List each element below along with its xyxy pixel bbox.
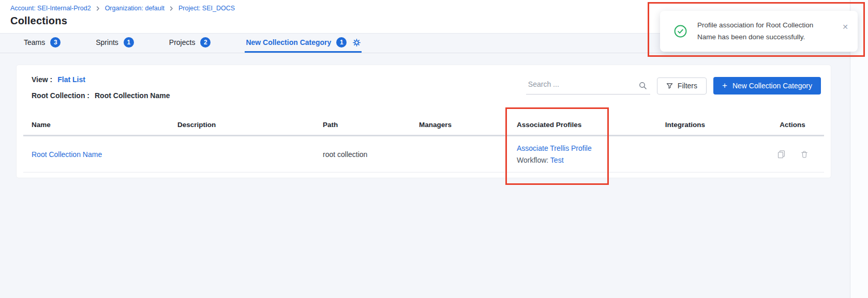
gear-icon[interactable] [353,39,361,46]
column-header-name: Name [23,114,166,135]
table-header-row: Name Description Path Managers Associate… [23,114,824,136]
collections-panel: View : Flat List Root Collection : Root … [16,65,831,178]
search-box [526,77,650,95]
tab-teams[interactable]: Teams 3 [23,34,62,53]
tab-label: Projects [169,38,196,46]
plus-icon: + [722,81,727,90]
table-toolbar: Filters + New Collection Category [526,77,821,95]
page-title: Collections [10,15,67,27]
count-badge: 1 [124,37,134,48]
success-check-icon [674,25,687,40]
close-icon[interactable]: ✕ [842,23,848,31]
view-meta: View : Flat List Root Collection : Root … [32,71,170,103]
tab-label: Teams [24,38,45,46]
trash-icon[interactable] [800,150,809,159]
column-header-integrations: Integrations [609,114,761,135]
cell-associated-profiles: Associate Trellis Profile Workflow: Test [506,144,609,164]
cell-path: root collection [311,150,409,159]
breadcrumb: Account: SEI-Internal-Prod2 Organization… [10,5,235,12]
count-badge: 3 [50,37,61,48]
column-header-path: Path [311,114,409,135]
cell-actions [761,150,824,159]
column-header-description: Description [166,114,311,135]
tab-sprints[interactable]: Sprints 1 [95,34,135,53]
new-collection-category-button[interactable]: + New Collection Category [713,77,821,95]
collections-table: Name Description Path Managers Associate… [23,114,824,172]
count-badge: 1 [336,37,347,48]
chevron-right-icon [169,6,174,11]
tab-new-collection-category[interactable]: New Collection Category 1 [245,34,362,53]
search-input[interactable] [526,77,650,95]
success-toast: Profile association for Root Collection … [660,11,858,52]
root-collection-line: Root Collection : Root Collection Name [32,87,170,103]
collection-name-link[interactable]: Root Collection Name [32,150,102,159]
tab-projects[interactable]: Projects 2 [168,34,212,53]
tab-label: Sprints [96,38,118,46]
search-icon [639,82,647,92]
root-collection-label: Root Collection : [32,91,89,100]
table-row: Root Collection Name root collection Ass… [23,136,824,172]
filter-icon [666,83,673,89]
cell-name: Root Collection Name [23,150,166,159]
toast-message: Profile association for Root Collection … [697,19,833,43]
workflow-test-link[interactable]: Test [550,156,564,164]
collections-page: Account: SEI-Internal-Prod2 Organization… [0,0,868,298]
count-badge: 2 [200,37,211,48]
breadcrumb-project-link[interactable]: Project: SEI_DOCS [178,5,235,12]
tab-label: New Collection Category [246,38,331,46]
chevron-right-icon [96,6,100,11]
workflow-label: Workflow: [517,156,548,164]
view-label: View : [32,75,52,84]
filters-button-label: Filters [678,82,697,90]
flat-list-link[interactable]: Flat List [57,75,85,84]
root-collection-value: Root Collection Name [95,91,170,100]
associate-trellis-profile-link[interactable]: Associate Trellis Profile [517,144,592,152]
copy-icon[interactable] [777,150,786,159]
new-collection-category-button-label: New Collection Category [732,82,812,90]
column-header-associated-profiles: Associated Profiles [506,114,609,135]
column-header-actions: Actions [761,114,824,135]
column-header-managers: Managers [409,114,506,135]
breadcrumb-organization-link[interactable]: Organization: default [105,5,164,12]
filters-button[interactable]: Filters [657,77,707,95]
view-line: View : Flat List [32,71,170,87]
breadcrumb-account-link[interactable]: Account: SEI-Internal-Prod2 [10,5,91,12]
